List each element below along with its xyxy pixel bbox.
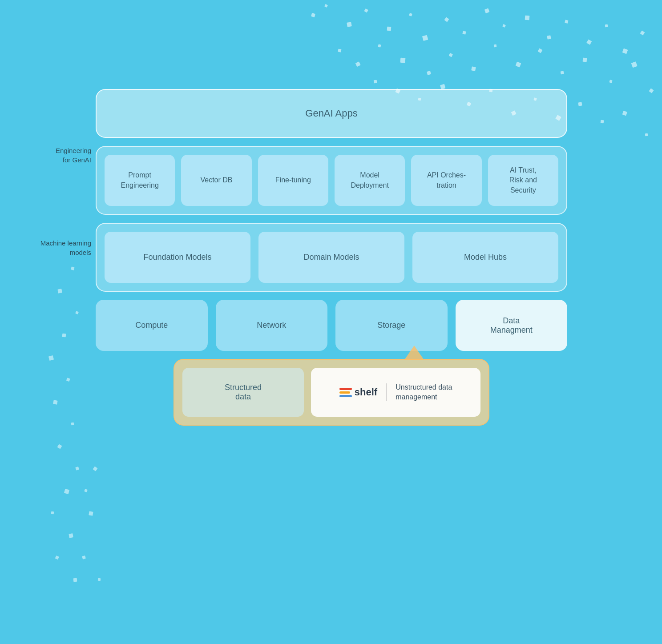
svg-rect-48	[75, 311, 79, 314]
foundation-models-card: Foundation Models	[105, 232, 250, 283]
ai-trust-card: AI Trust,Risk andSecurity	[488, 155, 558, 206]
compute-card: Compute	[96, 300, 208, 351]
svg-rect-13	[565, 20, 569, 24]
data-row: Structureddata shelf Unstructured datama…	[96, 359, 567, 426]
svg-rect-54	[57, 444, 62, 449]
fine-tuning-label: Fine-tuning	[275, 175, 311, 185]
svg-rect-5	[409, 13, 412, 16]
shelf-logo: shelf	[339, 386, 377, 398]
model-deployment-label: ModelDeployment	[351, 170, 388, 190]
svg-rect-22	[427, 71, 431, 75]
svg-rect-52	[53, 400, 57, 404]
svg-rect-65	[98, 578, 101, 581]
svg-rect-31	[631, 61, 638, 68]
ml-container: Foundation Models Domain Models Model Hu…	[96, 223, 567, 292]
svg-rect-44	[622, 111, 628, 116]
model-hubs-card: Model Hubs	[412, 232, 558, 283]
shelf-brand-name: shelf	[355, 386, 377, 398]
svg-rect-21	[400, 58, 405, 63]
main-diagram: GenAI Apps Engineeringfor GenAI PromptEn…	[96, 89, 567, 426]
engineering-label: Engineeringfor GenAI	[13, 146, 91, 165]
structured-data-label: Structureddata	[225, 383, 262, 402]
shelf-divider	[386, 383, 387, 401]
shelf-card: shelf Unstructured datamanagement	[311, 368, 480, 417]
svg-rect-3	[364, 8, 368, 13]
svg-rect-49	[62, 334, 66, 338]
data-container: Structureddata shelf Unstructured datama…	[174, 359, 489, 426]
shelf-description: Unstructured datamanagement	[396, 382, 452, 402]
svg-rect-12	[547, 35, 551, 39]
svg-rect-61	[84, 489, 88, 492]
svg-rect-28	[561, 71, 564, 74]
svg-rect-43	[601, 120, 604, 124]
ml-models-label: Machine learningmodels	[13, 238, 91, 257]
svg-rect-53	[71, 423, 74, 426]
svg-rect-20	[378, 44, 381, 47]
ai-trust-label: AI Trust,Risk andSecurity	[509, 165, 537, 195]
shelf-stripe-red	[339, 388, 352, 390]
genai-apps-label: GenAI Apps	[305, 108, 357, 119]
svg-rect-16	[622, 48, 628, 54]
storage-label: Storage	[377, 321, 405, 330]
svg-rect-55	[75, 467, 79, 471]
svg-rect-1	[324, 4, 328, 8]
svg-rect-8	[462, 31, 466, 35]
data-management-card: DataManagment	[456, 300, 568, 351]
svg-rect-14	[586, 40, 592, 45]
shelf-stripe-blue	[339, 395, 352, 397]
shelf-stripe-orange	[339, 391, 350, 394]
svg-rect-47	[57, 289, 62, 293]
domain-models-card: Domain Models	[258, 232, 404, 283]
svg-rect-25	[494, 44, 497, 48]
svg-rect-27	[538, 48, 543, 53]
fine-tuning-card: Fine-tuning	[258, 155, 328, 206]
svg-rect-18	[338, 49, 341, 52]
svg-rect-0	[311, 13, 315, 17]
prompt-engineering-label: PromptEngineering	[121, 170, 158, 190]
prompt-engineering-card: PromptEngineering	[105, 155, 175, 206]
ml-models-row: Machine learningmodels Foundation Models…	[96, 223, 567, 292]
svg-rect-51	[66, 378, 70, 382]
network-label: Network	[257, 321, 286, 330]
svg-rect-23	[449, 53, 453, 57]
svg-rect-29	[583, 58, 587, 62]
svg-rect-50	[48, 355, 54, 361]
model-deployment-card: ModelDeployment	[335, 155, 405, 206]
svg-rect-10	[502, 24, 506, 28]
svg-rect-45	[645, 133, 648, 137]
svg-rect-58	[69, 533, 73, 538]
svg-rect-64	[93, 466, 97, 471]
svg-rect-6	[422, 35, 428, 41]
svg-rect-62	[89, 511, 93, 515]
svg-rect-19	[355, 61, 361, 67]
svg-rect-24	[471, 66, 476, 71]
svg-rect-9	[484, 8, 490, 14]
svg-rect-60	[73, 578, 77, 582]
network-card: Network	[216, 300, 328, 351]
api-orchestration-card: API Orches-tration	[411, 155, 481, 206]
engineering-container: PromptEngineering Vector DB Fine-tuning …	[96, 146, 567, 215]
svg-rect-26	[516, 62, 521, 68]
svg-rect-30	[609, 80, 612, 83]
storage-card: Storage	[335, 300, 448, 351]
svg-rect-42	[578, 102, 582, 106]
model-hubs-label: Model Hubs	[464, 253, 507, 262]
svg-rect-57	[51, 511, 54, 515]
genai-apps-box: GenAI Apps	[96, 89, 567, 138]
svg-rect-7	[444, 17, 449, 22]
data-management-label: DataManagment	[490, 316, 533, 335]
svg-rect-46	[71, 266, 75, 270]
api-orchestration-label: API Orches-tration	[427, 170, 466, 190]
genai-apps-row: GenAI Apps	[96, 89, 567, 138]
svg-rect-33	[374, 80, 377, 84]
svg-rect-15	[605, 24, 608, 28]
svg-rect-32	[649, 88, 654, 93]
infra-row: Compute Network Storage DataManagment	[96, 300, 567, 351]
svg-rect-4	[387, 27, 392, 31]
svg-rect-63	[82, 555, 86, 559]
svg-rect-56	[64, 489, 69, 494]
engineering-row: Engineeringfor GenAI PromptEngineering V…	[96, 146, 567, 215]
svg-rect-11	[525, 16, 530, 20]
svg-rect-59	[55, 555, 59, 559]
shelf-icon	[339, 388, 352, 397]
